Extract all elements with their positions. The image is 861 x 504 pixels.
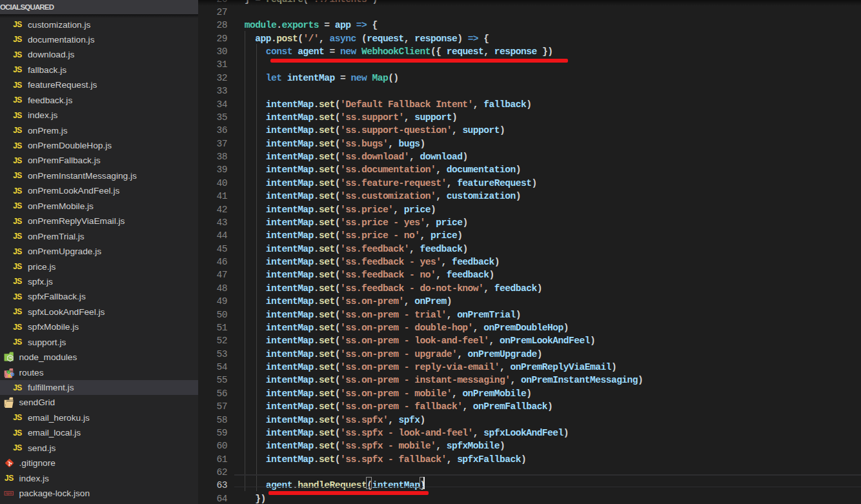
svg-text:npm: npm bbox=[5, 492, 12, 495]
